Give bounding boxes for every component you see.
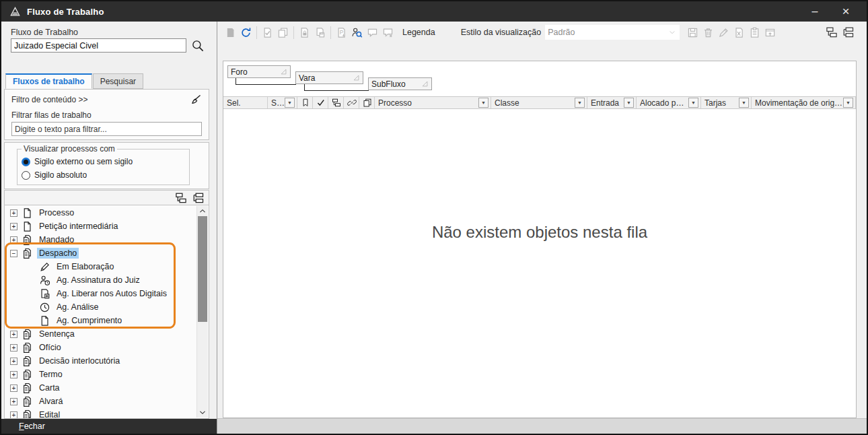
collapse-tree-icon[interactable]	[840, 25, 856, 40]
column-header-bookmark[interactable]	[297, 97, 313, 108]
column-header-processo[interactable]: Processo▼	[375, 97, 491, 108]
column-header-link[interactable]	[344, 97, 359, 108]
group-box-vara[interactable]: Vara	[295, 71, 363, 84]
toolbar-separator	[293, 26, 294, 39]
tree-item-edital[interactable]: +Edital	[5, 408, 196, 419]
docs-icon	[22, 369, 33, 380]
tree-item-carta[interactable]: +Carta	[5, 381, 196, 395]
toolbar-separator	[256, 26, 257, 39]
tree-item-mandado[interactable]: +Mandado	[5, 233, 196, 246]
tree-item-decisao-interlocutoria[interactable]: +Decisão interlocutória	[5, 354, 196, 368]
tree-item-ag-analise[interactable]: Ag. Análise	[5, 300, 196, 314]
comment-icon	[365, 25, 380, 40]
column-header-alocado-para[interactable]: Alocado para ...▼	[637, 97, 701, 108]
expand-plus-icon[interactable]: +	[10, 398, 17, 405]
radio-sigilo-externo[interactable]: Sigilo externo ou sem sigilo	[22, 155, 185, 168]
groupby-area: Foro Vara SubFluxo	[223, 61, 856, 96]
refresh-icon[interactable]	[238, 25, 254, 40]
clear-filter-broom-icon[interactable]	[190, 94, 202, 106]
filter-dropdown-button[interactable]: ▼	[285, 98, 295, 108]
column-header-classe[interactable]: Classe▼	[491, 97, 587, 108]
expand-plus-icon[interactable]: +	[10, 331, 17, 338]
pages-icon	[363, 98, 372, 108]
group-connector	[236, 78, 296, 85]
tree-item-termo[interactable]: +Termo	[5, 368, 196, 381]
tree-item-peticao-intermediaria[interactable]: +Petição intermediária	[5, 220, 196, 233]
expand-tree-icon[interactable]	[824, 25, 839, 40]
filter-queues-input[interactable]	[11, 122, 202, 136]
search-icon[interactable]	[191, 39, 205, 53]
workflow-input[interactable]	[11, 38, 186, 53]
column-label: Processo	[378, 98, 478, 108]
tree-item-label: Ofício	[37, 342, 63, 353]
edit-icon	[716, 25, 731, 40]
tree-scrollbar[interactable]	[196, 206, 208, 417]
expand-tree-icon[interactable]	[175, 192, 187, 204]
content-filter-section: Filtro de conteúdo >> Filtrar filas de t…	[4, 89, 209, 140]
radio-icon[interactable]	[22, 158, 30, 166]
filter-dropdown-button[interactable]: ▼	[843, 98, 853, 108]
check-icon	[316, 98, 326, 108]
filter-dropdown-button[interactable]: ▼	[575, 98, 585, 108]
radio-icon[interactable]	[22, 171, 30, 180]
remove-comment-icon	[380, 25, 396, 40]
save-icon	[685, 25, 700, 40]
column-header-org[interactable]	[328, 97, 344, 108]
fechar-button[interactable]: Fechar	[1, 419, 217, 434]
consult-process-icon[interactable]	[349, 25, 365, 40]
collapse-tree-icon[interactable]	[192, 192, 205, 204]
group-box-subfluxo[interactable]: SubFluxo	[368, 77, 432, 90]
close-icon[interactable]: ×	[830, 1, 861, 22]
scroll-down-icon[interactable]	[197, 407, 208, 417]
filter-dropdown-button[interactable]: ▼	[478, 98, 489, 108]
filter-dropdown-button[interactable]: ▼	[739, 98, 749, 108]
content-filter-label[interactable]: Filtro de conteúdo >>	[11, 95, 87, 104]
expand-plus-icon[interactable]: +	[10, 344, 17, 352]
tab-pesquisar[interactable]: Pesquisar	[93, 73, 143, 89]
column-header-entrada[interactable]: Entrada▼	[587, 97, 637, 108]
column-header-sel[interactable]: Sel.	[223, 97, 268, 108]
filter-dropdown-button[interactable]: ▼	[688, 98, 698, 108]
expand-plus-icon[interactable]: +	[10, 236, 17, 244]
doc-plus-icon	[39, 288, 50, 300]
column-header-pages[interactable]	[359, 97, 375, 108]
tree-item-despacho[interactable]: −Despacho	[5, 246, 196, 260]
collapse-minus-icon[interactable]: −	[10, 250, 17, 257]
window-title: Fluxo de Trabalho	[27, 7, 104, 17]
svg-text:P: P	[340, 29, 344, 36]
docs-icon	[22, 409, 33, 420]
legenda-button[interactable]: Legenda	[402, 28, 435, 37]
tree-item-ag-liberar-nos-autos-digitais[interactable]: Ag. Liberar nos Autos Digitais	[5, 287, 196, 300]
tree-item-em-elaboracao[interactable]: Em Elaboração	[5, 260, 196, 273]
column-header-seq[interactable]: Seq.▼	[268, 97, 297, 108]
scrollbar-thumb[interactable]	[198, 216, 207, 322]
expand-plus-icon[interactable]: +	[10, 223, 17, 230]
expand-plus-icon[interactable]: +	[10, 411, 17, 419]
workflow-sidebar: Fluxo de Trabalho Fluxos de trabalho Pes…	[1, 22, 217, 434]
scroll-up-icon[interactable]	[197, 206, 208, 216]
column-label: Alocado para ...	[640, 98, 688, 108]
tree-item-ag-assinatura-do-juiz[interactable]: Ag. Assinatura do Juiz	[5, 273, 196, 287]
expand-plus-icon[interactable]: +	[10, 384, 17, 392]
link-icon	[347, 98, 357, 108]
expand-plus-icon[interactable]: +	[10, 371, 17, 378]
copy-list-icon	[747, 25, 762, 40]
tree-item-oficio[interactable]: +Ofício	[5, 341, 196, 354]
column-header-tarjas[interactable]: Tarjas▼	[701, 97, 752, 108]
expand-plus-icon[interactable]: +	[10, 358, 17, 365]
style-visualization-combobox[interactable]: Padrão	[545, 25, 680, 40]
tree-item-ag-cumprimento[interactable]: Ag. Cumprimento	[5, 314, 196, 327]
radio-sigilo-absoluto[interactable]: Sigilo absoluto	[22, 168, 185, 182]
tab-fluxos-de-trabalho[interactable]: Fluxos de trabalho	[5, 73, 92, 89]
expand-plus-icon[interactable]: +	[10, 209, 17, 217]
docs-icon	[22, 329, 33, 340]
filter-dropdown-button[interactable]: ▼	[624, 98, 634, 108]
column-header-movimentacao-de-orige[interactable]: Movimentação de orige...▼	[752, 97, 856, 108]
tree-item-processo[interactable]: +Processo	[5, 206, 196, 220]
group-box-foro[interactable]: Foro	[227, 65, 291, 78]
minimize-button[interactable]: –	[799, 1, 830, 22]
tree-item-sentenca[interactable]: +Sentença	[5, 327, 196, 341]
tree-item-alvara[interactable]: +Alvará	[5, 395, 196, 408]
column-header-check[interactable]	[313, 97, 328, 108]
doc-icon	[39, 315, 50, 327]
